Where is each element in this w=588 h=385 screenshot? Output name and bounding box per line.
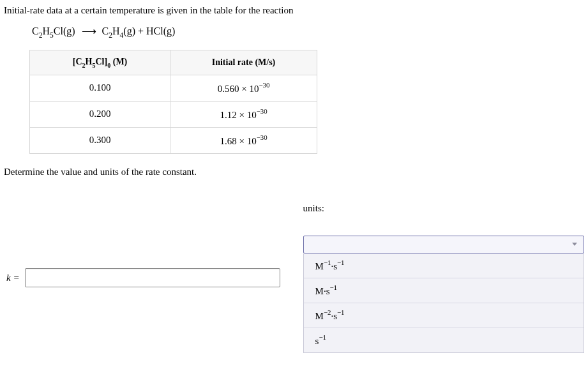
product-1: C2H4(g) xyxy=(102,26,135,36)
table-header-concentration: [C2H5Cl]0 (M) xyxy=(30,50,170,75)
cell-rate: 1.12 × 10−30 xyxy=(170,101,317,127)
table-row: 0.100 0.560 × 10−30 xyxy=(30,75,317,101)
table-row: 0.300 1.68 × 10−30 xyxy=(30,127,317,153)
rate-data-table: [C2H5Cl]0 (M) Initial rate (M/s) 0.100 0… xyxy=(29,50,317,154)
units-dropdown[interactable]: M−1·s−1 M·s−1 M−2·s−1 s−1 xyxy=(303,236,584,353)
chevron-down-icon xyxy=(572,243,577,246)
problem-intro: Initial-rate data at a certain temperatu… xyxy=(4,5,584,16)
dropdown-option[interactable]: M−1·s−1 xyxy=(304,253,584,278)
dropdown-toggle[interactable] xyxy=(303,236,584,253)
reactant: C2H5Cl(g) xyxy=(32,26,75,36)
table-header-rate: Initial rate (M/s) xyxy=(170,50,317,75)
k-value-input[interactable] xyxy=(25,268,280,287)
plus-sign: + xyxy=(135,26,146,36)
units-label: units: xyxy=(303,203,584,214)
dropdown-option[interactable]: M·s−1 xyxy=(304,278,584,303)
dropdown-options-list: M−1·s−1 M·s−1 M−2·s−1 s−1 xyxy=(303,253,584,353)
cell-concentration: 0.200 xyxy=(30,101,170,127)
question-prompt: Determine the value and units of the rat… xyxy=(4,167,584,177)
reaction-arrow-icon: ⟶ xyxy=(82,25,96,37)
product-2: HCl(g) xyxy=(146,26,175,36)
dropdown-option[interactable]: s−1 xyxy=(304,328,584,352)
cell-rate: 0.560 × 10−30 xyxy=(170,75,317,101)
reaction-equation: C2H5Cl(g) ⟶ C2H4(g) + HCl(g) xyxy=(32,25,584,38)
k-answer-section: k = xyxy=(6,268,280,287)
k-label: k = xyxy=(6,273,20,283)
cell-concentration: 0.300 xyxy=(30,127,170,153)
cell-rate: 1.68 × 10−30 xyxy=(170,127,317,153)
dropdown-option[interactable]: M−2·s−1 xyxy=(304,303,584,328)
cell-concentration: 0.100 xyxy=(30,75,170,101)
table-row: 0.200 1.12 × 10−30 xyxy=(30,101,317,127)
